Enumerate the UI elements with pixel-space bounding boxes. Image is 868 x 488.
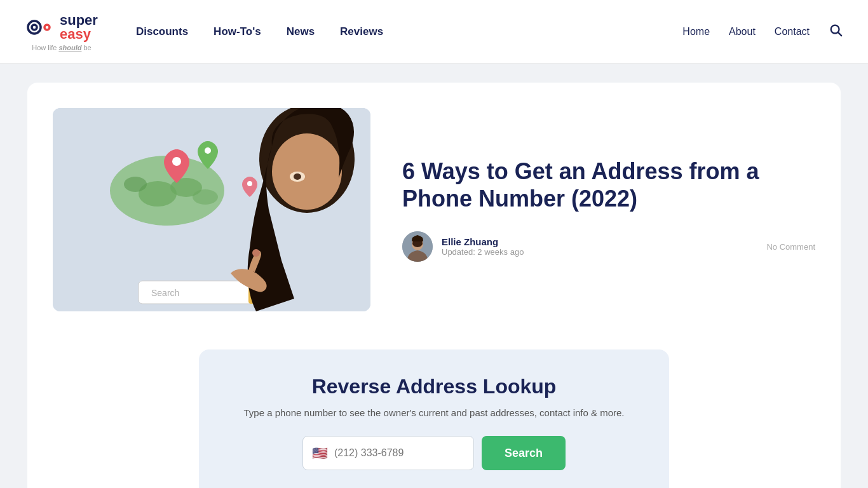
svg-point-12 (172, 157, 181, 166)
widget-section: Reverse Address Lookup Type a phone numb… (199, 349, 669, 488)
logo-mark: super easy (25, 12, 98, 43)
logo-super: super (60, 13, 98, 27)
hero-illustration: Search 🔍 (53, 108, 370, 311)
avatar-image (402, 231, 433, 262)
svg-point-1 (32, 25, 37, 30)
nav-reviews[interactable]: Reviews (340, 25, 383, 38)
logo-easy: easy (60, 27, 98, 41)
author-date: Updated: 2 weeks ago (442, 247, 524, 257)
svg-point-22 (294, 173, 301, 180)
svg-point-20 (272, 133, 342, 210)
svg-line-5 (838, 32, 841, 36)
author-info: Ellie Zhuang Updated: 2 weeks ago (402, 231, 524, 262)
header-left: super easy How life should be Discounts … (25, 12, 383, 51)
widget-form: 🇺🇸 Search (218, 436, 650, 470)
svg-point-23 (252, 249, 260, 257)
nav-home[interactable]: Home (682, 26, 710, 37)
phone-input[interactable] (334, 447, 465, 459)
search-icon-button[interactable] (829, 23, 843, 40)
svg-point-0 (28, 21, 41, 34)
no-comment: No Comment (766, 242, 815, 252)
phone-input-wrapper: 🇺🇸 (302, 436, 474, 470)
main-content: Search 🔍 (27, 83, 841, 488)
svg-point-13 (205, 147, 211, 154)
svg-point-10 (193, 189, 218, 205)
article-title: 6 Ways to Get an Address from a Phone Nu… (402, 158, 815, 212)
hero-image: Search 🔍 (53, 108, 370, 311)
header-right: Home About Contact (682, 23, 843, 40)
article-hero: Search 🔍 (53, 108, 815, 311)
main-nav: Discounts How-To's News Reviews (136, 25, 383, 38)
widget-subtitle: Type a phone number to see the owner's c… (218, 407, 650, 418)
us-flag-icon: 🇺🇸 (312, 445, 328, 461)
logo-area[interactable]: super easy How life should be (25, 12, 98, 51)
search-button[interactable]: Search (482, 436, 566, 470)
author-details: Ellie Zhuang Updated: 2 weeks ago (442, 236, 524, 257)
nav-discounts[interactable]: Discounts (136, 25, 188, 38)
svg-point-2 (41, 21, 53, 34)
widget-title: Reverse Address Lookup (218, 375, 650, 398)
author-avatar (402, 231, 433, 262)
site-header: super easy How life should be Discounts … (0, 0, 868, 64)
nav-howtos[interactable]: How-To's (214, 25, 261, 38)
svg-point-3 (44, 25, 50, 30)
logo-tagline: How life should be (32, 44, 92, 51)
svg-point-11 (124, 177, 147, 192)
logo-text: super easy (60, 13, 98, 41)
author-name: Ellie Zhuang (442, 236, 524, 247)
nav-about[interactable]: About (729, 26, 756, 37)
svg-point-14 (247, 181, 252, 186)
search-icon (829, 23, 843, 37)
nav-news[interactable]: News (287, 25, 315, 38)
author-row: Ellie Zhuang Updated: 2 weeks ago No Com… (402, 231, 815, 262)
svg-text:Search: Search (151, 288, 179, 298)
logo-icon (25, 12, 56, 43)
nav-contact[interactable]: Contact (775, 26, 810, 37)
hero-content: 6 Ways to Get an Address from a Phone Nu… (402, 158, 815, 262)
